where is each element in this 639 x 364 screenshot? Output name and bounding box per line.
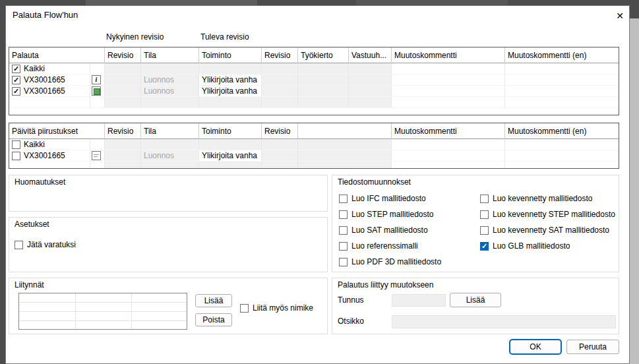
light-sat-option[interactable]: Luo kevennetty SAT mallitiedosto [480,226,609,235]
sat-option[interactable]: Luo SAT mallitiedosto [339,226,428,235]
col-muutoskommentti-en: Muutoskommentti (en) [505,47,619,63]
col-revisio-future: Revisio [262,123,298,139]
ifc-option[interactable]: Luo IFC mallitiedosto [339,194,426,203]
notes-area[interactable] [11,189,326,210]
table-row-kaikki[interactable]: Kaikki [9,63,619,75]
glb-option[interactable]: Luo GLB mallitiedosto [480,241,570,251]
row-name: VX3001665 [24,75,65,84]
settings-group: Asetukset Jätä varatuksi [9,217,328,272]
attach-item-checkbox[interactable] [240,304,249,313]
muutoskommentti-en-cell[interactable] [505,63,619,75]
background-window-strip [356,0,508,5]
row-select-checkbox[interactable] [12,76,20,84]
muutoskommentti-en-cell[interactable] [505,150,619,162]
ok-button[interactable]: OK [510,340,561,354]
muutoskommentti-en-cell[interactable] [505,75,619,86]
step-option[interactable]: Luo STEP mallitiedosto [339,210,434,219]
glb-label: Luo GLB mallitiedosto [493,241,570,251]
table-row-empty [9,162,619,169]
col-tila: Tila [141,47,199,63]
light-step-label: Luo kevennetty STEP mallitiedosto [493,210,615,219]
muutoskommentti-cell[interactable] [392,63,505,75]
muutoskommentti-en-cell[interactable] [505,139,619,150]
row-icon-cell [90,63,105,75]
drawing-icon [92,151,101,160]
tila-cell [141,63,199,75]
light-step-option[interactable]: Luo kevennetty STEP mallitiedosto [480,210,615,219]
connections-group: Liitynnät Lisää Poista Liitä myös nimike [9,278,328,334]
conversions-group-title: Tiedostomuunnokset [338,177,411,187]
drawings-table-header: Päivitä piirustukset Revisio Tila Toimin… [9,123,619,139]
muutoskommentti-en-cell[interactable] [505,86,619,97]
leave-reserved-checkbox[interactable] [15,241,23,249]
change-title-input[interactable] [392,315,616,328]
change-add-button[interactable]: Lisää [450,293,501,307]
table-row-vx3001665[interactable]: VX3001665 Luonnos Ylikirjoita vanha [9,150,619,162]
background-window-strip [86,0,257,5]
table-row-vx3001665-2[interactable]: VX3001665 Luonnos Ylikirjoita vanha [9,86,619,97]
row-name: Kaikki [24,64,45,73]
row-select-checkbox[interactable] [12,140,20,149]
tila-cell [141,139,199,150]
muutoskommentti-cell[interactable] [392,139,505,150]
row-select-checkbox[interactable] [12,65,20,73]
pdf3d-option[interactable]: Luo PDF 3D mallitiedosto [339,257,441,266]
muutoskommentti-cell[interactable] [392,150,505,162]
table-row-vx3001665-1[interactable]: VX3001665 Luonnos Ylikirjoita vanha [9,75,619,86]
spacer-cell [298,150,392,162]
tila-cell: Luonnos [141,75,199,86]
pdf3d-checkbox[interactable] [339,258,348,266]
reference-model-option[interactable]: Luo referenssimalli [339,241,418,251]
pdf3d-label: Luo PDF 3D mallitiedosto [351,257,441,266]
light-sat-checkbox[interactable] [480,226,489,235]
connections-list[interactable] [18,293,187,330]
light-step-checkbox[interactable] [480,210,489,219]
toiminto-cell [199,139,262,150]
step-checkbox[interactable] [339,210,348,219]
row-select-checkbox[interactable] [12,152,20,160]
attach-item-option[interactable]: Liitä myös nimike [240,303,313,313]
cancel-button[interactable]: Peruuta [566,340,619,354]
connections-remove-button[interactable]: Poista [195,313,232,326]
row-select-checkbox[interactable] [12,87,20,96]
revisio2-cell [262,150,298,162]
col-muutoskommentti: Muutoskommentti [392,47,505,63]
toiminto-cell[interactable]: Ylikirjoita vanha [199,75,262,86]
col-toiminto: Toiminto [199,123,262,139]
vastuu-cell [349,86,392,97]
col-revisio-current: Revisio [105,47,141,63]
sat-checkbox[interactable] [339,226,348,235]
change-id-input[interactable] [392,294,446,307]
revisio-cell [105,63,141,75]
vastuu-cell [349,63,392,75]
light-model-option[interactable]: Luo kevennetty mallitiedosto [480,194,592,203]
toiminto-cell[interactable]: Ylikirjoita vanha [199,86,262,97]
tyokierto-cell [298,63,349,75]
col-palauta: Palauta [9,47,105,63]
light-model-checkbox[interactable] [480,195,489,203]
row-name: VX3001665 [24,86,65,96]
muutoskommentti-cell[interactable] [392,75,505,86]
col-revisio-current: Revisio [105,123,141,139]
return-table-header: Palauta Revisio Tila Toiminto Revisio Ty… [9,47,619,63]
reference-model-checkbox[interactable] [339,242,348,251]
table-row-kaikki[interactable]: Kaikki [9,139,619,150]
dialog-title: Palauta Flow'hun [13,10,78,20]
leave-reserved-option[interactable]: Jätä varatuksi [15,240,76,249]
notes-group: Huomautukset [9,175,328,212]
ifc-checkbox[interactable] [339,195,348,203]
glb-checkbox[interactable] [480,242,489,251]
muutoskommentti-cell[interactable] [392,86,505,97]
conversions-group: Tiedostomuunnokset Luo IFC mallitiedosto… [332,175,619,272]
col-tyokierto: Työkierto [298,47,349,63]
tyokierto-cell [298,86,349,97]
connections-add-button[interactable]: Lisää [195,294,232,307]
revisio2-cell [262,86,298,97]
current-revision-header: Nykyinen revisio [106,32,164,42]
info-icon [92,75,101,84]
light-sat-label: Luo kevennetty SAT mallitiedosto [493,226,609,235]
step-label: Luo STEP mallitiedosto [351,210,434,219]
future-revision-header: Tuleva revisio [200,32,249,42]
close-icon[interactable]: ✕ [611,9,628,23]
toiminto-cell[interactable]: Ylikirjoita vanha [199,150,262,162]
